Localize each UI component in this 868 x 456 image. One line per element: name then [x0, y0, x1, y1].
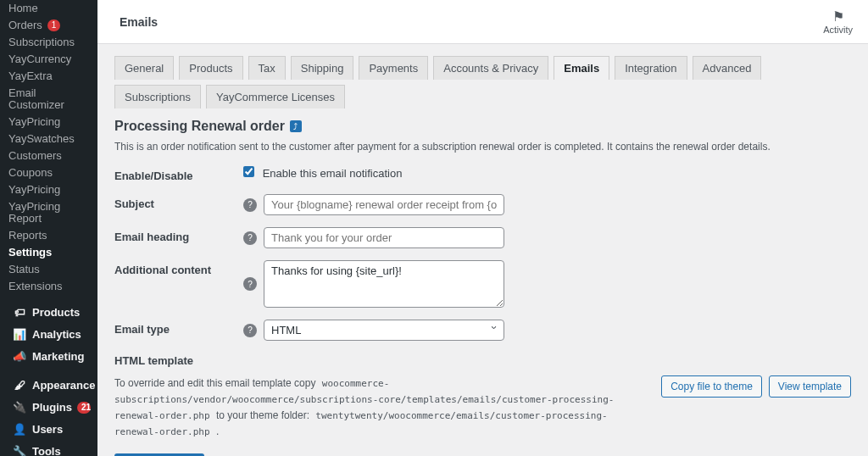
sidebar-item-extensions[interactable]: Extensions [0, 278, 97, 295]
help-icon[interactable] [243, 324, 257, 337]
subject-label: Subject [114, 194, 243, 210]
tab-payments[interactable]: Payments [359, 56, 428, 80]
section-description: This is an order notification sent to th… [114, 141, 851, 153]
enable-checkbox-label: Enable this email notification [263, 167, 403, 180]
tab-advanced[interactable]: Advanced [693, 56, 762, 80]
sidebar-item-settings[interactable]: Settings [0, 244, 97, 261]
enable-label: Enable/Disable [114, 166, 243, 182]
sidebar-item-users[interactable]: 👤Users [0, 419, 97, 441]
activity-label: Activity [823, 25, 853, 35]
sidebar-item-yayswatches[interactable]: YaySwatches [0, 131, 97, 147]
sidebar-item-appearance[interactable]: 🖌Appearance [0, 375, 97, 397]
template-info: To override and edit this email template… [114, 375, 649, 440]
template-section-label: HTML template [114, 354, 851, 367]
help-icon[interactable] [243, 277, 257, 291]
sidebar-item-home[interactable]: Home [0, 0, 97, 17]
main-panel: Emails ⚑ Activity GeneralProductsTaxShip… [97, 0, 868, 456]
additional-content-input[interactable]: Thanks for using {site_url}! [264, 260, 504, 308]
sidebar-item-reports[interactable]: Reports [0, 227, 97, 244]
marketing-icon: 📣 [12, 351, 27, 363]
tab-shipping[interactable]: Shipping [291, 56, 354, 80]
analytics-icon: 📊 [12, 329, 27, 341]
sidebar-item-yaypricing-report[interactable]: YayPricing Report [0, 198, 97, 227]
tab-general[interactable]: General [114, 56, 174, 80]
enable-checkbox-wrap[interactable]: Enable this email notification [243, 166, 402, 180]
sidebar-item-status[interactable]: Status [0, 261, 97, 278]
heading-input[interactable] [264, 227, 504, 248]
sidebar-item-orders[interactable]: Orders1 [0, 17, 97, 34]
tab-tax[interactable]: Tax [248, 56, 286, 80]
sidebar-item-yaycurrency[interactable]: YayCurrency [0, 51, 97, 68]
section-title: Processing Renewal order [114, 119, 285, 134]
activity-button[interactable]: ⚑ Activity [823, 8, 853, 35]
sidebar-item-products[interactable]: 🏷Products [0, 302, 97, 324]
help-icon[interactable] [243, 198, 257, 212]
enable-checkbox[interactable] [243, 166, 254, 177]
tab-accounts-privacy[interactable]: Accounts & Privacy [433, 56, 548, 80]
email-type-label: Email type [114, 320, 243, 336]
tab-integration[interactable]: Integration [615, 56, 687, 80]
flag-icon: ⚑ [832, 8, 844, 25]
view-template-button[interactable]: View template [769, 375, 851, 398]
sidebar-item-customers[interactable]: Customers [0, 147, 97, 164]
top-bar: Emails ⚑ Activity [97, 0, 868, 44]
subject-input[interactable] [264, 194, 504, 215]
tab-emails[interactable]: Emails [554, 56, 609, 80]
heading-label: Email heading [114, 227, 243, 243]
copy-file-button[interactable]: Copy file to theme [661, 375, 762, 398]
sidebar-item-yaypricing[interactable]: YayPricing [0, 181, 97, 198]
help-icon[interactable] [243, 231, 257, 245]
back-icon[interactable]: ⤴ [290, 120, 302, 132]
settings-tabs: GeneralProductsTaxShippingPaymentsAccoun… [114, 56, 851, 108]
plugins-icon: 🔌 [12, 402, 27, 414]
page-title: Emails [120, 15, 158, 29]
tools-icon: 🔧 [12, 446, 27, 456]
badge: 1 [47, 19, 61, 31]
tab-products[interactable]: Products [179, 56, 242, 80]
email-type-select[interactable]: HTML [264, 320, 504, 341]
admin-sidebar: HomeOrders1SubscriptionsYayCurrencyYayEx… [0, 0, 97, 456]
appearance-icon: 🖌 [12, 380, 27, 392]
sidebar-item-yayextra[interactable]: YayExtra [0, 68, 97, 85]
additional-content-label: Additional content [114, 260, 243, 276]
sidebar-item-subscriptions[interactable]: Subscriptions [0, 34, 97, 51]
sidebar-item-plugins[interactable]: 🔌Plugins21 [0, 397, 97, 419]
users-icon: 👤 [12, 424, 27, 436]
sidebar-item-coupons[interactable]: Coupons [0, 164, 97, 181]
sidebar-item-analytics[interactable]: 📊Analytics [0, 324, 97, 346]
sidebar-item-tools[interactable]: 🔧Tools [0, 441, 97, 456]
tab-subscriptions[interactable]: Subscriptions [114, 85, 201, 108]
products-icon: 🏷 [12, 307, 27, 319]
sidebar-item-yaypricing[interactable]: YayPricing [0, 114, 97, 131]
sidebar-item-email-customizer[interactable]: Email Customizer [0, 85, 97, 114]
badge: 21 [77, 402, 91, 414]
sidebar-item-marketing[interactable]: 📣Marketing [0, 346, 97, 368]
tab-yaycommerce-licenses[interactable]: YayCommerce Licenses [206, 85, 345, 108]
